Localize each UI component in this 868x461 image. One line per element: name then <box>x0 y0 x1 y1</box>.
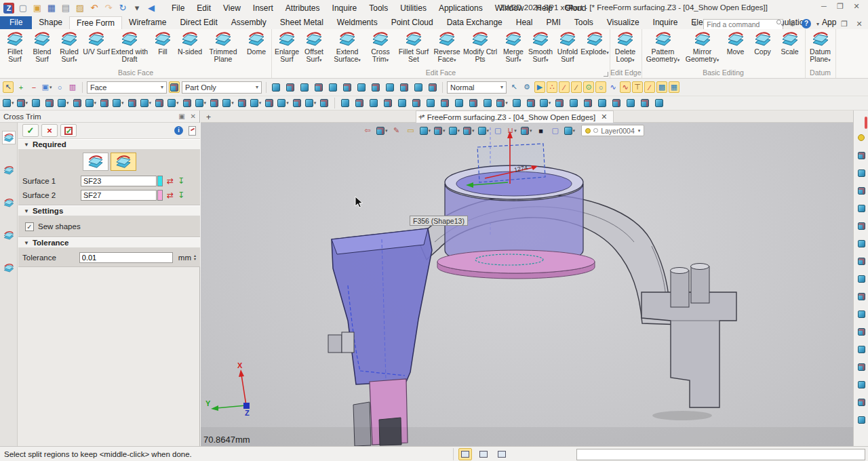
gear-tool-icon[interactable] <box>856 308 867 319</box>
display-mode-icon[interactable]: ▾ <box>434 125 446 136</box>
modeling-tool-icon[interactable] <box>31 98 41 109</box>
tab-inquire[interactable]: Inquire <box>646 16 685 29</box>
inquire-tool-icon[interactable] <box>397 98 408 109</box>
scroll-indicator[interactable] <box>865 117 867 129</box>
panel-tab-assembly[interactable] <box>2 163 16 177</box>
inquire-tool-icon[interactable] <box>482 98 493 109</box>
panel-tab-visual[interactable] <box>2 196 16 209</box>
surface2-input[interactable] <box>81 190 157 201</box>
ribbon-button-smooth-surf[interactable]: Smooth Surf▾ <box>527 31 554 64</box>
inquire-tool-icon[interactable] <box>425 98 436 109</box>
inquire-tool-icon[interactable] <box>597 98 608 109</box>
inquire-tool-icon[interactable] <box>439 98 450 109</box>
cancel-button[interactable]: × <box>41 124 58 137</box>
inquire-tool-icon[interactable] <box>340 98 351 109</box>
constraint-arm-icon[interactable] <box>856 150 867 161</box>
folder-icon[interactable]: ▨ <box>75 3 85 14</box>
selection-tool-icon[interactable] <box>285 81 296 93</box>
ribbon-button-merge-surf[interactable]: Merge Surf▾ <box>500 31 527 64</box>
ruler-icon[interactable]: ⊔▾ <box>507 125 517 136</box>
tolerance-section-header[interactable]: ▼ Tolerance <box>18 237 200 248</box>
compass-icon[interactable]: ▾ <box>478 125 490 136</box>
layer-widget[interactable]: Layer0004▾ <box>581 125 644 136</box>
selection-tool-icon[interactable] <box>427 81 438 93</box>
tab-wireframe[interactable]: Wireframe <box>122 16 173 29</box>
dialog-launcher-icon[interactable] <box>604 72 608 77</box>
ribbon-button-u-v-surf[interactable]: U/V Surf <box>83 31 110 56</box>
modeling-tool-icon[interactable] <box>182 98 193 109</box>
ribbon-button-pattern-geometry[interactable]: Pattern Geometry▾ <box>644 31 683 64</box>
restore-button[interactable]: ❐ <box>835 2 845 11</box>
snap-points-icon[interactable]: ∴ <box>547 81 557 93</box>
constraint-protractor-icon[interactable] <box>856 203 867 214</box>
modeling-tool-icon[interactable] <box>264 98 275 109</box>
tab-weldments[interactable]: Weldments <box>330 16 384 29</box>
inquire-tool-icon[interactable] <box>625 98 636 109</box>
ribbon-button-fillet-surf-set[interactable]: Fillet Surf Set <box>394 31 433 63</box>
customize-caret-icon[interactable]: ▾ <box>132 3 142 14</box>
ribbon-button-mirror-geometry[interactable]: Mirror Geometry▾ <box>683 31 722 64</box>
tolerance-input[interactable] <box>79 252 173 263</box>
filter-icon[interactable]: ▥ <box>67 81 78 93</box>
modeling-tool-icon[interactable]: ▾ <box>250 98 262 109</box>
modeling-tool-icon[interactable] <box>237 98 248 109</box>
swap-direction-icon[interactable]: ⇄ <box>167 191 174 200</box>
exit-icon[interactable]: ⇦ <box>362 125 373 136</box>
menu-file[interactable]: File <box>166 1 190 15</box>
box-tool-icon[interactable] <box>856 397 867 407</box>
monitor-icon[interactable]: ▾ <box>521 125 532 136</box>
section-view-icon[interactable]: ▾ <box>449 125 460 136</box>
apply-button[interactable]: ✓ <box>60 124 77 137</box>
snap-perp-icon[interactable]: ⊤ <box>632 81 643 93</box>
constraint-corner-icon[interactable] <box>856 167 867 178</box>
tab-shape[interactable]: Shape <box>32 16 69 29</box>
modeling-tool-icon[interactable]: ▾ <box>113 98 124 109</box>
inquire-tool-icon[interactable] <box>354 98 365 109</box>
tag-tool-icon[interactable] <box>856 379 867 390</box>
inquire-tool-icon[interactable] <box>654 98 665 109</box>
snap-center-icon[interactable]: ⊙ <box>583 81 594 93</box>
history-clock-icon[interactable] <box>169 81 180 93</box>
inquire-tool-icon[interactable] <box>411 98 422 109</box>
pick-page-icon[interactable] <box>189 126 196 136</box>
tab-file[interactable]: File <box>0 16 32 29</box>
ribbon-button-datum-plane[interactable]: Datum Plane▾ <box>807 31 834 64</box>
inquire-tool-icon[interactable] <box>526 98 536 109</box>
inquire-tool-icon[interactable] <box>583 98 593 109</box>
selection-tool-icon[interactable] <box>413 81 424 93</box>
modeling-tool-icon[interactable] <box>99 98 110 109</box>
ribbon-button-modify-ctrl-pts[interactable]: Modify Ctrl Pts <box>460 31 500 63</box>
modeling-tool-icon[interactable]: ▾ <box>277 98 289 109</box>
modeling-tool-icon[interactable]: ▾ <box>3 98 14 109</box>
panel-dock-icon[interactable]: ▣ <box>178 113 184 120</box>
tab-data-exchange[interactable]: Data Exchange <box>440 16 509 29</box>
tab-visualize[interactable]: Visualize <box>600 16 646 29</box>
remove-select-icon[interactable]: − <box>28 81 39 93</box>
panel-tab-user[interactable] <box>2 261 16 275</box>
selection-tool-icon[interactable] <box>399 81 410 93</box>
lasso-icon[interactable]: ○ <box>54 81 65 93</box>
ok-button[interactable]: ✓ <box>22 124 39 137</box>
ribbon-button-reverse-face[interactable]: Reverse Face▾ <box>433 31 460 64</box>
collapse-icon[interactable]: ◀ <box>146 3 157 14</box>
ribbon-button-extend-with-draft[interactable]: Extend with Draft <box>110 31 149 63</box>
tab-pmi[interactable]: PMI <box>539 16 567 29</box>
save-icon[interactable]: ▦ <box>46 3 57 14</box>
surface1-color-swatch[interactable] <box>157 176 163 186</box>
selection-tool-icon[interactable] <box>299 81 310 93</box>
redo-icon[interactable]: ↷ <box>103 3 114 14</box>
ribbon-button-fill[interactable]: Fill <box>149 31 176 56</box>
ribbon-button-dome[interactable]: Dome <box>243 31 270 56</box>
tab-direct-edit[interactable]: Direct Edit <box>173 16 224 29</box>
status-input[interactable] <box>576 449 865 460</box>
inquire-tool-icon[interactable]: ▾ <box>496 98 508 109</box>
select-frame-icon[interactable]: ▢ <box>550 125 561 136</box>
settings-section-header[interactable]: ▼ Settings <box>18 205 200 216</box>
prompt-panel-icon[interactable] <box>458 448 472 460</box>
menu-attributes[interactable]: Attributes <box>280 1 326 15</box>
ribbon-button-cross-trim[interactable]: Cross Trim▾ <box>367 31 394 64</box>
modeling-tool-icon[interactable] <box>44 98 55 109</box>
surface2-color-swatch[interactable] <box>157 190 163 201</box>
inquire-tool-icon[interactable] <box>454 98 465 109</box>
ribbon-button-blend-surf[interactable]: Blend Surf <box>28 31 56 63</box>
